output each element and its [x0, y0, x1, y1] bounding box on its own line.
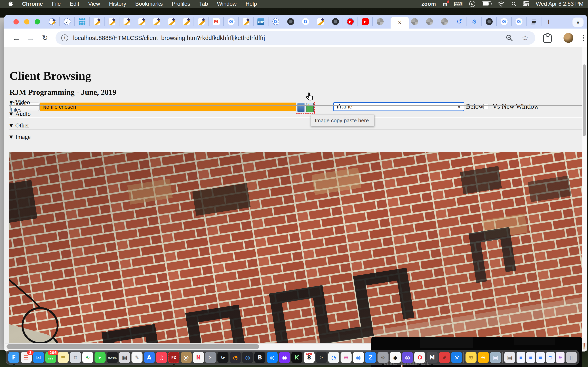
profile-avatar[interactable]: [563, 33, 573, 43]
tab-favicon-youtube-ring[interactable]: ▶: [343, 17, 358, 26]
dock-item-messages[interactable]: …206: [45, 352, 56, 363]
dock-item-notes[interactable]: ≡: [58, 352, 69, 363]
tab-favicon-so[interactable]: ≣: [527, 17, 541, 26]
dock-item-launchpad[interactable]: ⌗: [70, 352, 81, 363]
dock-item-blue-globe[interactable]: ◎: [267, 352, 278, 363]
tab-favicon-pencil-ring[interactable]: [45, 17, 60, 26]
tab-favicon-globe[interactable]: [422, 17, 437, 26]
dock-item-textedit[interactable]: ✎: [131, 352, 143, 363]
tab-favicon-google[interactable]: G: [497, 17, 512, 26]
tab-favicon-pencil[interactable]: [313, 17, 328, 26]
site-info-icon[interactable]: i: [61, 34, 68, 42]
tab-favicon-gear[interactable]: ⚙: [467, 17, 482, 26]
tab-search-chevron[interactable]: ∨: [572, 17, 584, 27]
dock-item-opera[interactable]: O: [414, 352, 425, 363]
url-text[interactable]: localhost:8888/HTMLCSS/client_browsing.h…: [73, 35, 265, 42]
tab-favicon-globe[interactable]: [407, 17, 422, 26]
dock-item-zoom-app[interactable]: Z: [365, 352, 376, 363]
section-toggle-video[interactable]: ▼Video: [9, 99, 30, 106]
bookmark-star-icon[interactable]: ☆: [522, 34, 528, 42]
dock-item-filezilla[interactable]: FZ: [168, 352, 179, 363]
battery-icon[interactable]: [482, 1, 491, 6]
extensions-icon[interactable]: [543, 34, 552, 43]
tab-favicon-gmail[interactable]: M: [209, 17, 224, 26]
dock-item-chrome-app[interactable]: ◉: [353, 352, 364, 363]
tab-favicon-pencil[interactable]: [239, 17, 254, 26]
menu-profiles[interactable]: Profiles: [172, 1, 190, 7]
image-paste-icon[interactable]: [306, 103, 314, 112]
fullscreen-window-button[interactable]: [35, 19, 40, 25]
dock-item-gimp[interactable]: ✂: [205, 352, 216, 363]
tab-favicon-pencil[interactable]: [179, 17, 194, 26]
tab-favicon-dots[interactable]: [75, 17, 90, 26]
dock-item-xcode[interactable]: ⚒: [451, 352, 462, 363]
dock-item-reminders[interactable]: ☰3: [21, 352, 32, 363]
dock-item-podcasts[interactable]: ◉: [279, 352, 290, 363]
tab-favicon-chrome[interactable]: [328, 17, 343, 26]
zoom-menu-extra[interactable]: zoom: [421, 1, 436, 7]
menu-edit[interactable]: Edit: [70, 1, 79, 7]
dock-item-mammoth[interactable]: M: [427, 352, 438, 363]
back-button[interactable]: ←: [10, 29, 22, 47]
dock-item-appstore[interactable]: A: [144, 352, 155, 363]
tab-favicon-pencil[interactable]: [104, 17, 120, 26]
address-bar[interactable]: i localhost:8888/HTMLCSS/client_browsing…: [56, 31, 535, 45]
dock-item-music[interactable]: ♫: [156, 352, 167, 363]
tab-favicon-pencil[interactable]: [134, 17, 149, 26]
dock-item-terminal2[interactable]: >: [316, 352, 327, 363]
dock-item-numbers-chart[interactable]: ∿: [82, 352, 93, 363]
dock-item-doc[interactable]: ≡: [517, 352, 525, 363]
dock-item-bbedit[interactable]: B: [254, 352, 265, 363]
section-toggle-other[interactable]: ▼Other: [9, 122, 29, 129]
dock-item-red-editor[interactable]: ✐: [439, 352, 450, 363]
target-mode-select[interactable]: Iframe ∨: [333, 102, 464, 111]
tab-favicon-globe[interactable]: [373, 17, 387, 26]
dock-item-doc[interactable]: ❋: [556, 352, 564, 363]
tab-favicon-plus[interactable]: +: [541, 17, 556, 26]
active-tab[interactable]: ×: [390, 17, 409, 29]
menu-bookmarks[interactable]: Bookmarks: [135, 1, 163, 7]
menu-window[interactable]: Window: [217, 1, 237, 7]
dock-item-firefox[interactable]: ◔: [230, 352, 241, 363]
upload-icon[interactable]: ↑: [297, 103, 305, 112]
meet-menu-icon[interactable]: m: [443, 1, 447, 7]
wifi-icon[interactable]: [498, 1, 505, 7]
tab-favicon-globe[interactable]: [437, 17, 452, 26]
tab-favicon-sap[interactable]: SAP: [254, 17, 268, 26]
menu-help[interactable]: Help: [246, 1, 257, 7]
vs-new-window-checkbox[interactable]: [484, 104, 489, 109]
tab-favicon-pencil[interactable]: [120, 17, 134, 26]
keyboard-icon[interactable]: ⌨: [454, 0, 463, 8]
tab-favicon-google-ring[interactable]: G: [268, 17, 283, 26]
dock-item-safari[interactable]: ◔: [328, 352, 339, 363]
dock-item-contacts[interactable]: @: [181, 352, 192, 363]
dock-item-trash[interactable]: ▯: [566, 352, 577, 363]
dock-item-browser-dark[interactable]: ◎: [242, 352, 253, 363]
tab-favicon-chrome[interactable]: [482, 17, 497, 26]
tab-favicon-pencil[interactable]: [90, 17, 104, 26]
dock-item-colorwheel[interactable]: ❋: [341, 352, 352, 363]
menu-history[interactable]: History: [109, 1, 126, 7]
tab-favicon-youtube[interactable]: ▶: [358, 17, 373, 26]
chrome-menu-icon[interactable]: [580, 33, 586, 43]
forward-button[interactable]: →: [25, 29, 37, 47]
apple-icon[interactable]: [8, 1, 13, 7]
reload-button[interactable]: ↻: [39, 29, 51, 47]
horizontal-scrollbar-thumb[interactable]: [7, 344, 259, 349]
tab-favicon-check[interactable]: ✓: [60, 17, 75, 26]
menu-chrome[interactable]: Chrome: [22, 1, 43, 7]
minimize-window-button[interactable]: [24, 19, 29, 25]
playback-icon[interactable]: ▶: [469, 1, 475, 7]
brick-wall-image[interactable]: [9, 152, 585, 351]
dock-item-settings[interactable]: ⚙: [378, 352, 389, 363]
dock-item-facetime[interactable]: ▶: [95, 352, 105, 363]
dock-item-doc[interactable]: ≡: [536, 352, 545, 363]
dock-item-printer[interactable]: ▤: [504, 352, 515, 363]
tab-favicon-google[interactable]: G: [512, 17, 527, 26]
menu-bar-clock[interactable]: Wed Apr 8 2:53 PM: [536, 1, 584, 7]
tab-favicon-history[interactable]: ↺: [452, 17, 467, 26]
dock-item-terminal[interactable]: exec: [107, 352, 118, 363]
tab-favicon-google[interactable]: G: [298, 17, 313, 26]
dock-item-ideas-stack[interactable]: ☀: [478, 352, 489, 363]
dock-item-calendar[interactable]: 8APR: [303, 352, 315, 363]
